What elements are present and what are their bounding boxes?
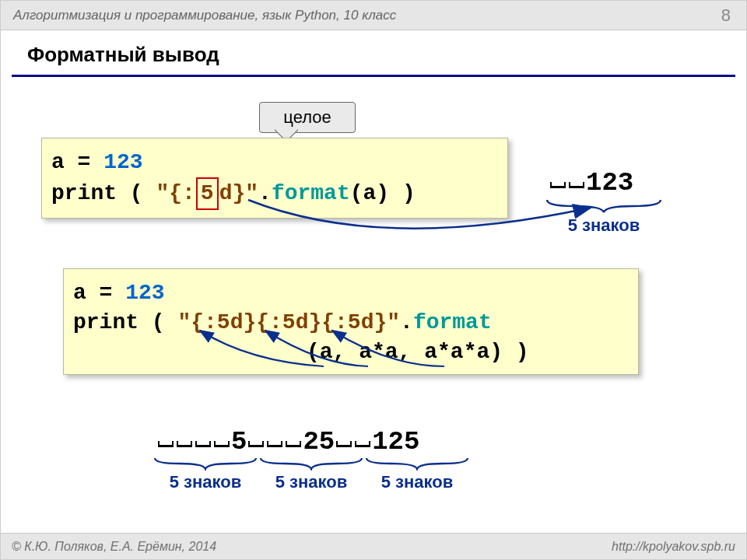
output2-v2: 25 [303, 427, 335, 457]
footer-bar: © К.Ю. Поляков, Е.А. Ерёмин, 2014 http:/… [1, 533, 746, 559]
arrow-1-icon [242, 198, 600, 245]
output-2: 525125 [156, 427, 419, 457]
callout-integer: целое [259, 102, 356, 133]
output2-v1: 5 [231, 427, 247, 457]
pad-slot-icon [355, 441, 370, 447]
pad-slot-icon [286, 441, 301, 447]
brace-label-2c: 5 знаков [365, 472, 469, 492]
slide: Алгоритмизация и программирование, язык … [0, 0, 747, 560]
header-bar: Алгоритмизация и программирование, язык … [1, 1, 746, 30]
pad-slot-icon [177, 441, 192, 447]
underbrace-2b: 5 знаков [259, 457, 363, 492]
output1-value: 123 [586, 168, 633, 198]
code1-line1: a = 123 [51, 148, 495, 177]
curly-brace-icon [153, 457, 258, 471]
pad-slot-icon [336, 441, 352, 447]
title-underline [12, 75, 735, 77]
pad-slot-icon [248, 441, 264, 447]
underbrace-2a: 5 знаков [153, 457, 258, 492]
footer-right: http://kpolyakov.spb.ru [612, 540, 735, 554]
curly-brace-icon [259, 457, 363, 471]
footer-left: © К.Ю. Поляков, Е.А. Ерёмин, 2014 [12, 540, 216, 554]
underbrace-2c: 5 знаков [365, 457, 469, 492]
page-number: 8 [721, 5, 731, 26]
callout-label: целое [259, 102, 356, 133]
pad-slot-icon [214, 441, 230, 447]
pad-slot-icon [158, 441, 174, 447]
pad-slot-icon [550, 182, 566, 188]
course-title: Алгоритмизация и программирование, язык … [13, 8, 396, 23]
highlight-five: 5 [196, 177, 219, 210]
code2-line1: a = 123 [73, 278, 626, 308]
output2-v3: 125 [372, 427, 419, 457]
curly-brace-icon [365, 457, 469, 471]
brace-label-2a: 5 знаков [153, 472, 258, 492]
pad-slot-icon [267, 441, 282, 447]
page-title: Форматный вывод [27, 43, 746, 67]
output-1: 123 [549, 168, 633, 198]
brace-label-2b: 5 знаков [259, 472, 363, 492]
pad-slot-icon [195, 441, 211, 447]
arrows-inner-icon [172, 326, 507, 373]
pad-slot-icon [569, 182, 584, 188]
